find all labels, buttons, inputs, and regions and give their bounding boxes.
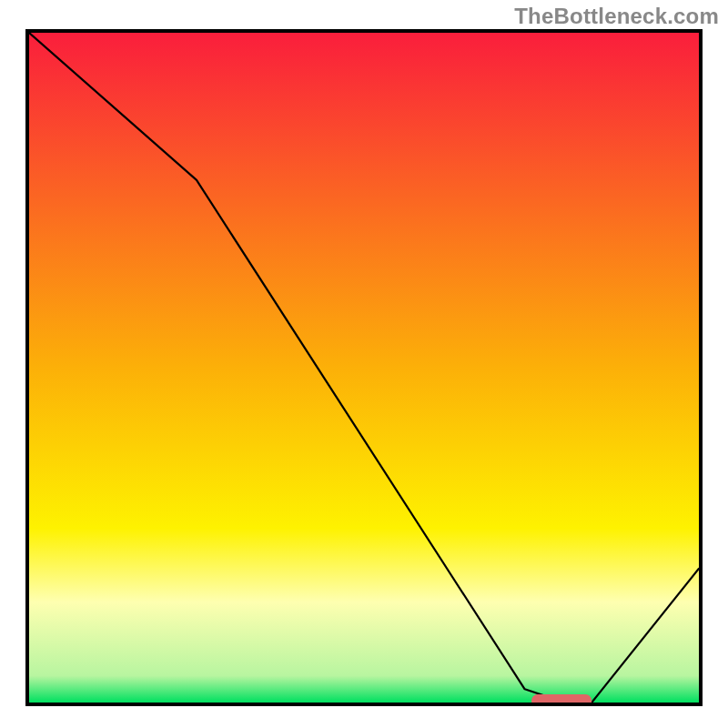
optimal-marker: [531, 694, 592, 703]
gradient-background: [29, 33, 699, 703]
plot-frame: [25, 29, 703, 706]
watermark-text: TheBottleneck.com: [514, 4, 719, 29]
chart-stage: TheBottleneck.com: [0, 0, 728, 728]
plot-area: [29, 33, 699, 703]
chart-svg: [29, 33, 699, 703]
